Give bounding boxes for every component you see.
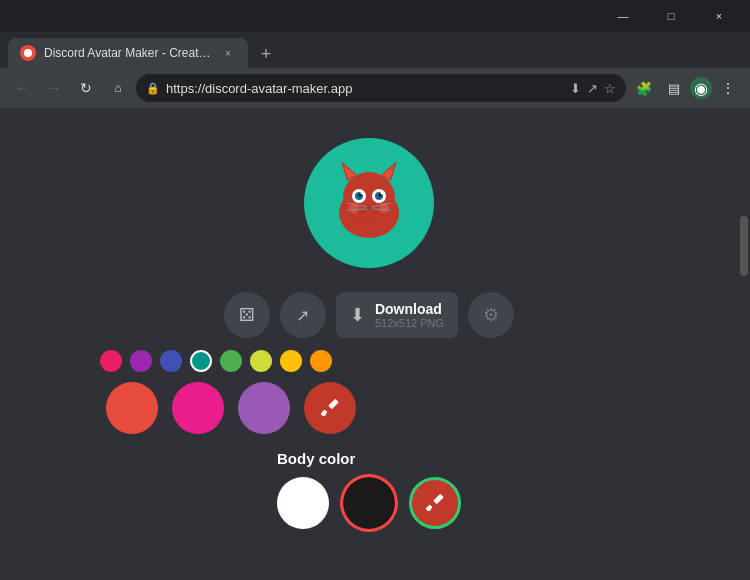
address-bar[interactable]: 🔒 https://discord-avatar-maker.app ⬇ ↗ ☆: [136, 74, 626, 102]
svg-point-27: [427, 507, 431, 511]
svg-point-24: [322, 412, 326, 416]
body-eyedropper-button[interactable]: [409, 477, 461, 529]
eyedropper-icon: [319, 397, 341, 419]
forward-button[interactable]: →: [40, 74, 68, 102]
svg-point-20: [349, 203, 359, 213]
settings-button[interactable]: ⚙: [468, 292, 514, 338]
share-button[interactable]: ↗: [280, 292, 326, 338]
active-tab[interactable]: Discord Avatar Maker - Create yo ×: [8, 38, 248, 68]
share-icon[interactable]: ↗: [587, 81, 598, 96]
swatch-pink[interactable]: [100, 350, 122, 372]
body-swatch-white[interactable]: [277, 477, 329, 529]
download-text: Download 512x512 PNG: [375, 301, 444, 329]
color-row: [106, 382, 632, 434]
home-button[interactable]: ⌂: [104, 74, 132, 102]
minimize-button[interactable]: —: [600, 0, 646, 32]
top-color-swatches: [0, 350, 738, 372]
svg-rect-22: [328, 399, 339, 410]
swatch-purple[interactable]: [130, 350, 152, 372]
body-eyedropper-icon: [424, 492, 446, 514]
tab-title: Discord Avatar Maker - Create yo: [44, 46, 212, 60]
eyedropper-button[interactable]: [304, 382, 356, 434]
refresh-button[interactable]: ↻: [72, 74, 100, 102]
swatch-orange[interactable]: [310, 350, 332, 372]
action-buttons-row: ⚄ ↗ ⬇ Download 512x512 PNG ⚙: [224, 292, 514, 338]
svg-point-2: [343, 172, 395, 224]
svg-rect-25: [433, 494, 444, 505]
tab-favicon: [20, 45, 36, 61]
body-color-section: Body color: [171, 450, 567, 529]
address-bar-icons: ⬇ ↗ ☆: [570, 81, 616, 96]
window-controls: — □ ×: [600, 0, 742, 32]
svg-point-14: [381, 192, 384, 195]
body-swatch-black[interactable]: [343, 477, 395, 529]
svg-point-0: [24, 49, 32, 57]
profile-button[interactable]: ◉: [690, 77, 712, 99]
download-button[interactable]: ⬇ Download 512x512 PNG: [336, 292, 458, 338]
restore-button[interactable]: □: [648, 0, 694, 32]
body-color-row: [277, 477, 461, 529]
bookmark-icon[interactable]: ☆: [604, 81, 616, 96]
color-row-section: [0, 382, 738, 434]
scrollbar-thumb[interactable]: [740, 216, 748, 276]
title-bar: — □ ×: [0, 0, 750, 32]
swatch-red-large[interactable]: [106, 382, 158, 434]
cat-avatar-svg: [319, 153, 419, 253]
tab-bar: Discord Avatar Maker - Create yo × +: [0, 32, 750, 68]
swatch-green[interactable]: [220, 350, 242, 372]
swatch-blue[interactable]: [160, 350, 182, 372]
swatch-hotpink-large[interactable]: [172, 382, 224, 434]
close-button[interactable]: ×: [696, 0, 742, 32]
back-button[interactable]: ←: [8, 74, 36, 102]
lock-icon: 🔒: [146, 82, 160, 95]
swatch-violet-large[interactable]: [238, 382, 290, 434]
swatch-lime[interactable]: [250, 350, 272, 372]
new-tab-button[interactable]: +: [252, 40, 280, 68]
body-color-label: Body color: [277, 450, 461, 467]
extensions-button[interactable]: 🧩: [630, 74, 658, 102]
nav-bar: ← → ↻ ⌂ 🔒 https://discord-avatar-maker.a…: [0, 68, 750, 108]
nav-right: 🧩 ▤ ◉ ⋮: [630, 74, 742, 102]
svg-point-13: [361, 192, 364, 195]
more-menu-button[interactable]: ⋮: [714, 74, 742, 102]
page-wrapper: ⚄ ↗ ⬇ Download 512x512 PNG ⚙: [0, 108, 750, 580]
randomize-button[interactable]: ⚄: [224, 292, 270, 338]
scrollbar[interactable]: [738, 216, 750, 580]
swatch-teal[interactable]: [190, 350, 212, 372]
avatar-circle: [304, 138, 434, 268]
page-content: ⚄ ↗ ⬇ Download 512x512 PNG ⚙: [0, 108, 738, 580]
url-text: https://discord-avatar-maker.app: [166, 81, 564, 96]
download-page-icon[interactable]: ⬇: [570, 81, 581, 96]
avatar-preview-area: ⚄ ↗ ⬇ Download 512x512 PNG ⚙: [0, 108, 738, 529]
tab-close-button[interactable]: ×: [220, 45, 236, 61]
swatch-amber[interactable]: [280, 350, 302, 372]
download-arrow-icon: ⬇: [350, 304, 365, 326]
svg-point-21: [379, 203, 389, 213]
sidebar-button[interactable]: ▤: [660, 74, 688, 102]
